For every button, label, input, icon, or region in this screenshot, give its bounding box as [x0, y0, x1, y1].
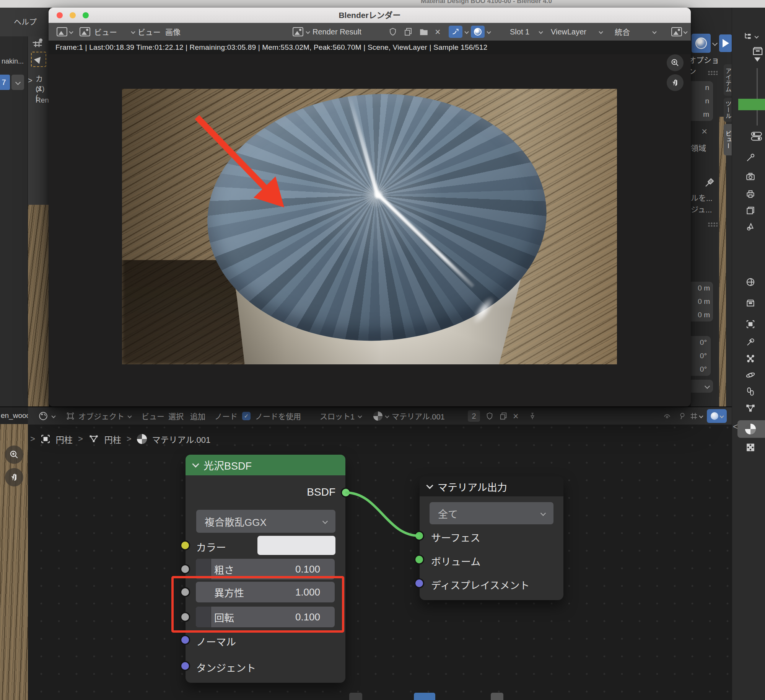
partial-button-dark[interactable] — [349, 693, 362, 700]
collapse-chevron-icon[interactable] — [426, 482, 433, 489]
collapse-arrow[interactable]: < — [733, 422, 738, 432]
close-icon[interactable]: × — [702, 126, 707, 137]
material-output-node[interactable]: マテリアル出力 全て サーフェス ボリューム ディスプレイスメント — [420, 476, 563, 600]
tab-modifiers[interactable] — [744, 336, 757, 349]
unpin-button[interactable] — [528, 407, 537, 425]
folder-icon[interactable] — [419, 27, 429, 36]
tab-physics[interactable] — [744, 369, 757, 382]
tab-object-data[interactable] — [744, 402, 757, 415]
outliner-scrollbar[interactable] — [757, 68, 758, 126]
new-image-icon[interactable] — [404, 27, 413, 36]
menu-add[interactable]: 追加 — [190, 407, 205, 425]
render-engine-button[interactable] — [692, 34, 711, 53]
zoom-gizmo[interactable] — [667, 54, 684, 71]
panel-grip-icon[interactable] — [708, 70, 718, 75]
left-selector-dropdown[interactable] — [11, 75, 24, 90]
tab-texture[interactable] — [744, 441, 757, 454]
output-node-header[interactable]: マテリアル出力 — [420, 476, 563, 496]
tab-scene[interactable] — [744, 220, 757, 233]
tangent-input-socket[interactable] — [180, 661, 190, 671]
tab-view[interactable]: ビュー — [724, 124, 732, 155]
displacement-input-socket[interactable] — [414, 578, 424, 588]
filter-toggle-icon[interactable] — [750, 131, 763, 142]
filter-dropdown-icon[interactable] — [754, 57, 760, 62]
tab-object[interactable] — [744, 318, 757, 331]
panel-grip-icon[interactable] — [708, 222, 718, 227]
breadcrumb-object[interactable]: 円柱 — [56, 433, 73, 445]
target-dropdown[interactable]: 全て — [430, 502, 553, 524]
collapse-chevron-icon[interactable] — [192, 460, 199, 467]
view-transform-button[interactable] — [449, 26, 462, 38]
tab-world[interactable] — [744, 276, 757, 289]
outliner-display-selector[interactable] — [743, 31, 758, 41]
pan-gizmo[interactable] — [5, 468, 23, 486]
surface-input-socket[interactable] — [414, 531, 424, 541]
proportional-edit-toggle[interactable] — [678, 407, 687, 425]
slot-selector[interactable]: スロット1 — [320, 407, 361, 425]
tab-output[interactable] — [744, 188, 757, 201]
unlink-icon[interactable]: × — [435, 26, 441, 38]
glossy-bsdf-node[interactable]: 光沢BSDF BSDF 複合散乱GGX カラー 粗さ 0.100 異方性 1.0… — [186, 455, 345, 683]
tab-render[interactable] — [744, 170, 757, 183]
editor-type-selector[interactable] — [57, 23, 73, 41]
image-datablock-selector[interactable]: Render Result — [293, 23, 361, 41]
new-material-button[interactable] — [499, 407, 508, 425]
collection-icon[interactable] — [752, 46, 763, 57]
mode-selector[interactable]: オブジェクト — [66, 407, 131, 425]
annotate-tool-icon[interactable] — [31, 38, 45, 49]
partial-button-gray[interactable] — [491, 693, 503, 700]
eyedropper-icon[interactable] — [704, 177, 715, 188]
zoom-gizmo[interactable] — [5, 445, 23, 464]
menu-select[interactable]: 選択 — [168, 407, 184, 425]
window-titlebar[interactable]: Blenderレンダー — [49, 8, 691, 23]
tab-tool-settings[interactable] — [744, 151, 757, 164]
partial-button-blue[interactable] — [414, 693, 435, 700]
display-mode-selector[interactable]: ビュー — [80, 23, 135, 41]
left-selector-value[interactable]: 7 — [0, 75, 10, 90]
rotation-fields[interactable]: 0° 0° 0° — [691, 336, 711, 376]
distribution-dropdown[interactable]: 複合散乱GGX — [196, 510, 335, 533]
breadcrumb-material[interactable]: マテリアル.001 — [152, 433, 211, 445]
menu-view[interactable]: ビュー — [142, 407, 164, 425]
tab-particles[interactable] — [744, 352, 757, 365]
overlay-toggle[interactable] — [663, 407, 671, 425]
menu-image[interactable]: 画像 — [165, 23, 181, 41]
volume-input-socket[interactable] — [414, 555, 424, 565]
material-datablock[interactable]: マテリアル.001 — [373, 407, 445, 425]
breadcrumb-mesh[interactable]: 円柱 — [104, 433, 121, 445]
tab-material[interactable] — [744, 423, 757, 436]
tab-item[interactable]: アイテム — [724, 64, 732, 96]
color-input-socket[interactable] — [180, 540, 190, 550]
region-expand-arrow[interactable]: > — [28, 76, 33, 85]
render-pass-selector[interactable]: 統合 — [615, 23, 656, 41]
menu-view[interactable]: ビュー — [138, 23, 161, 41]
preview-shading-button[interactable] — [707, 409, 727, 423]
bsdf-output-socket[interactable] — [341, 488, 351, 498]
texture-name-label[interactable]: en_wood — [1, 411, 28, 420]
breadcrumb-expand-icon[interactable]: > — [30, 434, 35, 444]
glossy-node-header[interactable]: 光沢BSDF — [186, 455, 345, 475]
play-button[interactable] — [719, 34, 732, 52]
tab-constraints[interactable] — [744, 385, 757, 398]
clipped-transform-fields[interactable]: n n m — [691, 81, 713, 121]
display-channels-button[interactable] — [471, 26, 485, 38]
snap-toggle[interactable] — [690, 407, 703, 425]
users-count-button[interactable]: 2 — [468, 410, 480, 422]
menu-help[interactable]: ヘルプ — [14, 16, 37, 27]
shield-icon[interactable] — [388, 27, 397, 36]
normal-input-socket[interactable] — [180, 635, 190, 645]
dimension-fields[interactable]: 0 m 0 m 0 m — [691, 282, 713, 321]
slot-selector[interactable]: Slot 1 — [510, 23, 542, 41]
mode-dropdown-fragment[interactable] — [691, 380, 713, 393]
tweak-tool-icon[interactable] — [31, 52, 46, 67]
menu-node[interactable]: ノード — [215, 407, 238, 425]
view-layer-selector[interactable]: ViewLayer — [551, 23, 602, 41]
color-swatch[interactable] — [257, 536, 335, 555]
tab-view-layer[interactable] — [744, 204, 757, 217]
image-pin-selector[interactable] — [671, 23, 687, 41]
fake-user-button[interactable] — [485, 407, 494, 425]
tab-collection-props[interactable] — [744, 297, 757, 310]
roughness-input-socket[interactable] — [180, 564, 190, 574]
editor-type-selector[interactable] — [38, 407, 55, 425]
unlink-material-button[interactable]: × — [513, 407, 519, 425]
